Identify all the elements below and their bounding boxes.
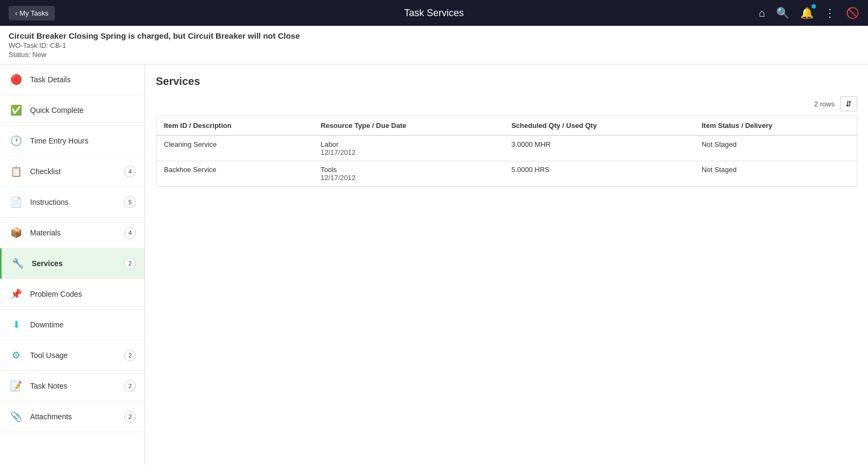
col-header-resource-type: Resource Type / Due Date <box>313 116 504 136</box>
sidebar-item-quick-complete[interactable]: ✅ Quick Complete <box>0 95 145 126</box>
wo-task-id: WO-Task ID: CB-1 <box>9 41 859 49</box>
attachments-icon: 📎 <box>9 409 24 424</box>
row2-scheduled-qty: 5.0000 HRS <box>511 166 686 174</box>
downtime-icon: ⬇ <box>9 317 24 332</box>
back-button[interactable]: ‹ My Tasks <box>9 6 55 20</box>
row1-scheduled-qty: 3.0000 MHR <box>511 140 686 148</box>
sidebar-item-instructions[interactable]: 📄 Instructions 5 <box>0 187 145 218</box>
quick-complete-icon: ✅ <box>9 103 24 118</box>
search-icon[interactable]: 🔍 <box>776 6 790 19</box>
row1-resource: Labor 12/17/2012 <box>313 135 504 161</box>
row2-item-status: Not Staged <box>701 166 849 174</box>
services-table: Item ID / Description Resource Type / Du… <box>156 116 857 187</box>
sidebar-item-downtime[interactable]: ⬇ Downtime <box>0 310 145 340</box>
time-entry-icon: 🕐 <box>9 133 24 148</box>
row2-description: Backhoe Service <box>156 161 313 187</box>
main-layout: 🔴 Task Details ✅ Quick Complete 🕐 Time E… <box>0 65 868 465</box>
sidebar-item-services[interactable]: 🔧 Services 2 <box>0 248 145 279</box>
more-vert-icon[interactable]: ⋮ <box>824 6 835 19</box>
sidebar-label-tool-usage: Tool Usage <box>30 351 124 360</box>
sidebar-item-checklist[interactable]: 📋 Checklist 4 <box>0 156 145 187</box>
row1-item-desc: Cleaning Service <box>164 140 306 148</box>
row1-description: Cleaning Service <box>156 135 313 161</box>
table-row[interactable]: Cleaning Service Labor 12/17/2012 3.0000… <box>156 135 857 161</box>
sidebar-item-problem-codes[interactable]: 📌 Problem Codes <box>0 279 145 310</box>
sidebar-item-materials[interactable]: 📦 Materials 4 <box>0 218 145 248</box>
sidebar-label-downtime: Downtime <box>30 320 136 329</box>
attachments-badge: 2 <box>124 411 136 423</box>
block-icon[interactable]: 🚫 <box>846 6 859 19</box>
row1-qty: 3.0000 MHR <box>504 135 694 161</box>
bell-icon[interactable]: 🔔 <box>800 6 814 19</box>
services-icon: 🔧 <box>10 256 25 271</box>
col-header-item-id: Item ID / Description <box>156 116 313 136</box>
content-title: Services <box>156 75 857 88</box>
row2-status: Not Staged <box>694 161 857 187</box>
row1-status: Not Staged <box>694 135 857 161</box>
home-icon[interactable]: ⌂ <box>759 7 765 19</box>
row1-resource-type: Labor <box>321 140 497 148</box>
table-row[interactable]: Backhoe Service Tools 12/17/2012 5.0000 … <box>156 161 857 187</box>
instructions-icon: 📄 <box>9 195 24 210</box>
sidebar-label-services: Services <box>32 259 124 268</box>
row2-due-date: 12/17/2012 <box>321 174 497 182</box>
page-title: Task Services <box>404 8 464 19</box>
rows-count: 2 rows <box>814 100 835 108</box>
task-notes-icon: 📝 <box>9 378 24 394</box>
sort-button[interactable]: ⇵ <box>840 96 857 111</box>
header-info: Circuit Breaker Closing Spring is charge… <box>0 26 868 65</box>
sidebar-label-quick-complete: Quick Complete <box>30 106 136 115</box>
row2-resource-type: Tools <box>321 166 497 174</box>
top-bar-left: ‹ My Tasks <box>9 6 55 20</box>
top-navigation-bar: ‹ My Tasks Task Services ⌂ 🔍 🔔 ⋮ 🚫 <box>0 0 868 26</box>
work-order-title: Circuit Breaker Closing Spring is charge… <box>9 31 859 40</box>
services-badge: 2 <box>124 257 136 269</box>
row1-due-date: 12/17/2012 <box>321 148 497 156</box>
sidebar-label-task-details: Task Details <box>30 75 136 84</box>
table-meta: 2 rows ⇵ <box>156 96 857 111</box>
content-area: Services 2 rows ⇵ Item ID / Description … <box>145 65 868 465</box>
materials-badge: 4 <box>124 227 136 239</box>
sidebar-label-materials: Materials <box>30 228 124 237</box>
chevron-left-icon: ‹ <box>15 9 17 17</box>
sidebar-label-task-notes: Task Notes <box>30 382 124 390</box>
sidebar-item-tool-usage[interactable]: ⚙ Tool Usage 2 <box>0 340 145 371</box>
materials-icon: 📦 <box>9 225 24 240</box>
sidebar-item-task-details[interactable]: 🔴 Task Details <box>0 65 145 95</box>
row2-qty: 5.0000 HRS <box>504 161 694 187</box>
back-label: My Tasks <box>19 9 48 17</box>
tool-usage-icon: ⚙ <box>9 348 24 363</box>
sidebar-label-checklist: Checklist <box>30 167 124 176</box>
status-text: Status: New <box>9 51 859 59</box>
sidebar-item-task-notes[interactable]: 📝 Task Notes 2 <box>0 371 145 402</box>
sidebar-item-attachments[interactable]: 📎 Attachments 2 <box>0 402 145 432</box>
col-header-item-status: Item Status / Delivery <box>694 116 857 136</box>
sidebar: 🔴 Task Details ✅ Quick Complete 🕐 Time E… <box>0 65 145 465</box>
task-details-icon: 🔴 <box>9 72 24 87</box>
row2-item-desc: Backhoe Service <box>164 166 306 174</box>
notification-dot <box>812 4 816 9</box>
problem-codes-icon: 📌 <box>9 287 24 302</box>
sidebar-label-instructions: Instructions <box>30 198 124 206</box>
checklist-icon: 📋 <box>9 164 24 179</box>
sidebar-label-problem-codes: Problem Codes <box>30 290 136 298</box>
top-bar-right: ⌂ 🔍 🔔 ⋮ 🚫 <box>759 6 859 19</box>
col-header-scheduled-qty: Scheduled Qty / Used Qty <box>504 116 694 136</box>
sidebar-label-attachments: Attachments <box>30 412 124 421</box>
row1-item-status: Not Staged <box>701 140 849 148</box>
row2-resource: Tools 12/17/2012 <box>313 161 504 187</box>
instructions-badge: 5 <box>124 196 136 208</box>
task-notes-badge: 2 <box>124 380 136 392</box>
checklist-badge: 4 <box>124 166 136 177</box>
tool-usage-badge: 2 <box>124 349 136 361</box>
sidebar-label-time-entry-hours: Time Entry Hours <box>30 137 136 145</box>
sidebar-item-time-entry-hours[interactable]: 🕐 Time Entry Hours <box>0 126 145 156</box>
